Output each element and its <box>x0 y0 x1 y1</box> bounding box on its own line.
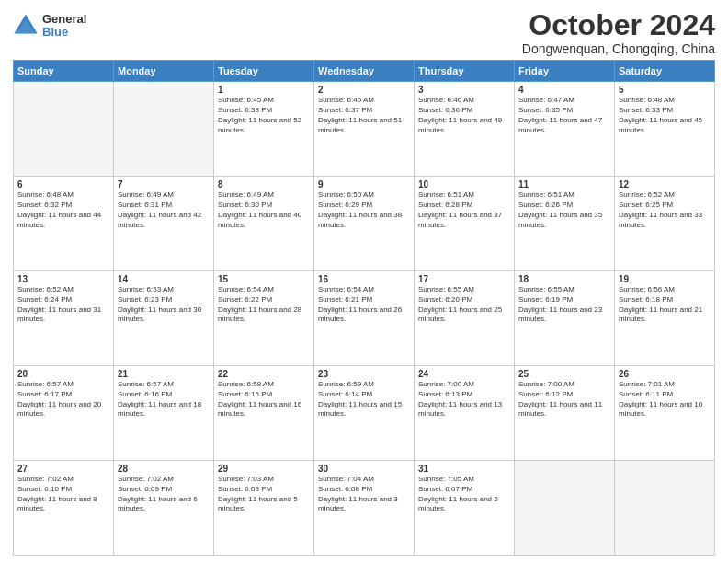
calendar-day-cell: 10Sunrise: 6:51 AMSunset: 6:28 PMDayligh… <box>415 177 515 271</box>
month-title: October 2024 <box>522 9 715 41</box>
day-number: 27 <box>17 464 109 474</box>
day-number: 4 <box>518 85 610 95</box>
day-number: 19 <box>619 274 711 284</box>
day-info: Sunrise: 7:01 AMSunset: 6:11 PMDaylight:… <box>619 380 711 419</box>
day-number: 6 <box>17 179 109 190</box>
calendar-day-cell: 16Sunrise: 6:54 AMSunset: 6:21 PMDayligh… <box>314 271 415 366</box>
weekday-header: Friday <box>515 61 615 82</box>
calendar-week-row: 27Sunrise: 7:02 AMSunset: 6:10 PMDayligh… <box>14 461 715 556</box>
day-info: Sunrise: 7:00 AMSunset: 6:13 PMDaylight:… <box>418 380 510 419</box>
day-number: 5 <box>619 85 711 95</box>
calendar-week-row: 20Sunrise: 6:57 AMSunset: 6:17 PMDayligh… <box>14 366 715 461</box>
calendar-day-cell: 19Sunrise: 6:56 AMSunset: 6:18 PMDayligh… <box>615 271 715 366</box>
calendar-day-cell: 28Sunrise: 7:02 AMSunset: 6:09 PMDayligh… <box>114 461 214 556</box>
calendar-day-cell: 7Sunrise: 6:49 AMSunset: 6:31 PMDaylight… <box>114 177 214 271</box>
day-number: 31 <box>418 464 510 474</box>
logo-blue: Blue <box>42 26 86 39</box>
day-info: Sunrise: 7:02 AMSunset: 6:09 PMDaylight:… <box>118 475 210 514</box>
day-info: Sunrise: 6:54 AMSunset: 6:22 PMDaylight:… <box>218 285 310 325</box>
day-number: 22 <box>218 369 310 379</box>
calendar-day-cell <box>14 82 114 177</box>
calendar-day-cell: 12Sunrise: 6:52 AMSunset: 6:25 PMDayligh… <box>615 177 715 271</box>
calendar-day-cell: 3Sunrise: 6:46 AMSunset: 6:36 PMDaylight… <box>415 82 515 177</box>
day-info: Sunrise: 6:48 AMSunset: 6:32 PMDaylight:… <box>17 190 109 230</box>
calendar-day-cell: 21Sunrise: 6:57 AMSunset: 6:16 PMDayligh… <box>114 366 214 461</box>
calendar-day-cell: 6Sunrise: 6:48 AMSunset: 6:32 PMDaylight… <box>14 177 114 271</box>
calendar-day-cell: 18Sunrise: 6:55 AMSunset: 6:19 PMDayligh… <box>515 271 615 366</box>
day-number: 8 <box>218 179 310 190</box>
day-info: Sunrise: 6:51 AMSunset: 6:28 PMDaylight:… <box>418 190 510 230</box>
day-number: 13 <box>17 274 109 284</box>
day-number: 11 <box>518 179 610 190</box>
day-info: Sunrise: 7:04 AMSunset: 6:08 PMDaylight:… <box>318 475 410 514</box>
day-info: Sunrise: 6:51 AMSunset: 6:26 PMDaylight:… <box>518 190 610 230</box>
calendar-day-cell: 24Sunrise: 7:00 AMSunset: 6:13 PMDayligh… <box>415 366 515 461</box>
day-number: 26 <box>619 369 711 379</box>
calendar-table: SundayMondayTuesdayWednesdayThursdayFrid… <box>13 60 715 556</box>
day-number: 3 <box>418 85 510 95</box>
calendar-day-cell: 4Sunrise: 6:47 AMSunset: 6:35 PMDaylight… <box>515 82 615 177</box>
day-info: Sunrise: 6:52 AMSunset: 6:25 PMDaylight:… <box>619 190 711 230</box>
day-number: 15 <box>218 274 310 284</box>
logo-general: General <box>42 13 86 26</box>
calendar-day-cell: 26Sunrise: 7:01 AMSunset: 6:11 PMDayligh… <box>615 366 715 461</box>
calendar-day-cell: 2Sunrise: 6:46 AMSunset: 6:37 PMDaylight… <box>314 82 415 177</box>
day-info: Sunrise: 6:56 AMSunset: 6:18 PMDaylight:… <box>619 285 711 325</box>
day-info: Sunrise: 7:00 AMSunset: 6:12 PMDaylight:… <box>518 380 610 419</box>
calendar-header: SundayMondayTuesdayWednesdayThursdayFrid… <box>14 61 715 82</box>
day-info: Sunrise: 6:47 AMSunset: 6:35 PMDaylight:… <box>518 96 610 135</box>
weekday-row: SundayMondayTuesdayWednesdayThursdayFrid… <box>14 61 715 82</box>
day-info: Sunrise: 6:48 AMSunset: 6:33 PMDaylight:… <box>619 96 711 135</box>
calendar-day-cell: 22Sunrise: 6:58 AMSunset: 6:15 PMDayligh… <box>214 366 314 461</box>
day-info: Sunrise: 6:50 AMSunset: 6:29 PMDaylight:… <box>318 190 410 230</box>
day-number: 1 <box>218 85 310 95</box>
day-number: 12 <box>619 179 711 190</box>
day-info: Sunrise: 6:55 AMSunset: 6:19 PMDaylight:… <box>518 285 610 325</box>
day-number: 17 <box>418 274 510 284</box>
day-info: Sunrise: 6:49 AMSunset: 6:31 PMDaylight:… <box>118 190 210 230</box>
day-info: Sunrise: 7:05 AMSunset: 6:07 PMDaylight:… <box>418 475 510 514</box>
day-number: 29 <box>218 464 310 474</box>
day-info: Sunrise: 6:57 AMSunset: 6:17 PMDaylight:… <box>17 380 109 419</box>
calendar-day-cell: 8Sunrise: 6:49 AMSunset: 6:30 PMDaylight… <box>214 177 314 271</box>
calendar-day-cell: 25Sunrise: 7:00 AMSunset: 6:12 PMDayligh… <box>515 366 615 461</box>
day-number: 20 <box>17 369 109 379</box>
calendar-week-row: 13Sunrise: 6:52 AMSunset: 6:24 PMDayligh… <box>14 271 715 366</box>
day-info: Sunrise: 6:46 AMSunset: 6:36 PMDaylight:… <box>418 96 510 135</box>
logo-icon <box>13 13 39 39</box>
day-info: Sunrise: 7:02 AMSunset: 6:10 PMDaylight:… <box>17 475 109 514</box>
calendar-day-cell: 29Sunrise: 7:03 AMSunset: 6:08 PMDayligh… <box>214 461 314 556</box>
day-info: Sunrise: 6:52 AMSunset: 6:24 PMDaylight:… <box>17 285 109 325</box>
calendar-day-cell: 11Sunrise: 6:51 AMSunset: 6:26 PMDayligh… <box>515 177 615 271</box>
calendar-day-cell: 23Sunrise: 6:59 AMSunset: 6:14 PMDayligh… <box>314 366 415 461</box>
calendar-day-cell: 14Sunrise: 6:53 AMSunset: 6:23 PMDayligh… <box>114 271 214 366</box>
logo-text: General Blue <box>42 13 86 40</box>
weekday-header: Sunday <box>14 61 114 82</box>
title-block: October 2024 Dongwenquan, Chongqing, Chi… <box>522 9 715 56</box>
header: General Blue October 2024 Dongwenquan, C… <box>13 9 715 56</box>
day-number: 16 <box>318 274 410 284</box>
calendar-day-cell: 5Sunrise: 6:48 AMSunset: 6:33 PMDaylight… <box>615 82 715 177</box>
calendar-day-cell: 9Sunrise: 6:50 AMSunset: 6:29 PMDaylight… <box>314 177 415 271</box>
calendar-body: 1Sunrise: 6:45 AMSunset: 6:38 PMDaylight… <box>14 82 715 556</box>
day-info: Sunrise: 6:55 AMSunset: 6:20 PMDaylight:… <box>418 285 510 325</box>
day-number: 25 <box>518 369 610 379</box>
calendar-day-cell: 1Sunrise: 6:45 AMSunset: 6:38 PMDaylight… <box>214 82 314 177</box>
calendar-day-cell: 31Sunrise: 7:05 AMSunset: 6:07 PMDayligh… <box>415 461 515 556</box>
day-info: Sunrise: 7:03 AMSunset: 6:08 PMDaylight:… <box>218 475 310 514</box>
calendar-day-cell: 15Sunrise: 6:54 AMSunset: 6:22 PMDayligh… <box>214 271 314 366</box>
day-number: 14 <box>118 274 210 284</box>
weekday-header: Wednesday <box>314 61 415 82</box>
day-number: 23 <box>318 369 410 379</box>
day-number: 7 <box>118 179 210 190</box>
weekday-header: Monday <box>114 61 214 82</box>
day-number: 28 <box>118 464 210 474</box>
calendar-week-row: 1Sunrise: 6:45 AMSunset: 6:38 PMDaylight… <box>14 82 715 177</box>
logo: General Blue <box>13 13 86 40</box>
day-number: 2 <box>318 85 410 95</box>
day-info: Sunrise: 6:45 AMSunset: 6:38 PMDaylight:… <box>218 96 310 135</box>
day-number: 21 <box>118 369 210 379</box>
calendar-day-cell: 30Sunrise: 7:04 AMSunset: 6:08 PMDayligh… <box>314 461 415 556</box>
calendar-day-cell: 27Sunrise: 7:02 AMSunset: 6:10 PMDayligh… <box>14 461 114 556</box>
day-info: Sunrise: 6:59 AMSunset: 6:14 PMDaylight:… <box>318 380 410 419</box>
